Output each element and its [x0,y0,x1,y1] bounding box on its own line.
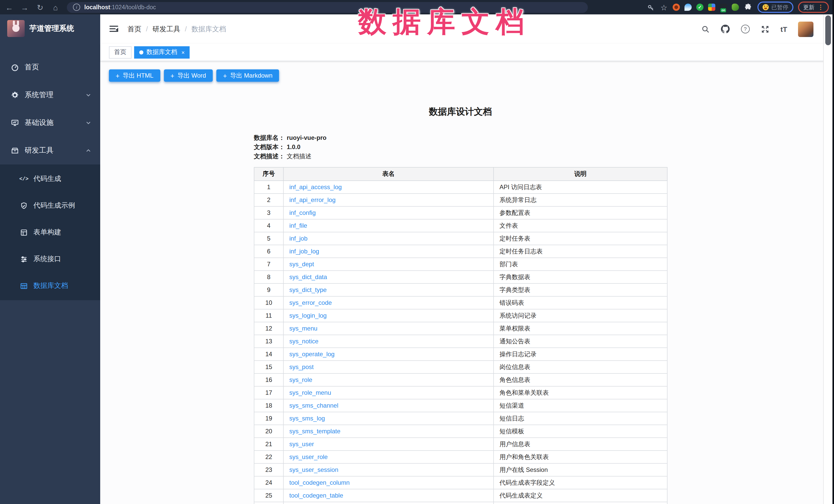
url-text: localhost:1024/tool/db-doc [84,4,156,10]
sidebar-item-label: 系统管理 [25,90,53,100]
sidebar-item-home[interactable]: 首页 [0,53,100,81]
sidebar-item-infrastructure[interactable]: 基础设施 [0,109,100,137]
submenu-item-3[interactable]: 系统接口 [0,246,100,272]
table-name-link[interactable]: inf_job [289,235,308,242]
sidebar-item-dev-tools[interactable]: 研发工具 [0,137,100,165]
row-number: 11 [254,309,283,322]
table-name-link[interactable]: tool_codegen_table [289,492,343,499]
table-name-link[interactable]: sys_dict_type [289,286,327,293]
submenu-item-1[interactable]: 代码生成示例 [0,192,100,219]
breadcrumb-separator: / [146,25,148,33]
table-row: 20 sys_sms_template 短信模板 [254,425,667,438]
table-name-link[interactable]: sys_role [289,376,312,384]
page-content: + 导出 HTML + 导出 Word + 导出 Markdown 数据库设计文… [100,61,834,504]
extension-grid-icon[interactable] [708,4,715,11]
table-name-link[interactable]: sys_user [289,440,314,448]
table-name-link[interactable]: sys_menu [289,325,317,332]
extension-orange-icon[interactable] [673,4,680,11]
font-size-icon[interactable]: tT [781,25,787,33]
table-row: 19 sys_sms_log 短信日志 [254,412,667,425]
table-row: 8 sys_dict_data 字典数据表 [254,271,667,284]
table-name-link[interactable]: sys_login_log [289,312,327,319]
table-description: 用户在线 Session [493,463,667,476]
sidebar-item-label: 首页 [25,63,39,72]
export-toolbar: + 导出 HTML + 导出 Word + 导出 Markdown [100,61,834,82]
table-name-link[interactable]: sys_sms_channel [289,402,338,409]
adblock-check-icon[interactable]: ✓ [696,4,703,11]
puzzle-extensions-icon[interactable] [744,3,753,12]
table-name-link[interactable]: sys_notice [289,338,319,345]
table-name-link[interactable]: sys_operate_log [289,351,334,358]
table-name-link[interactable]: sys_error_code [289,299,332,306]
fullscreen-icon[interactable] [761,24,770,34]
tag-label: 首页 [114,48,126,57]
table-name-link[interactable]: inf_config [289,209,316,216]
update-button[interactable]: 更新 ⋮ [798,2,829,13]
table-row: 17 sys_role_menu 角色和菜单关联表 [254,386,667,399]
table-name-link[interactable]: sys_sms_template [289,428,341,435]
table-name-link[interactable]: sys_role_menu [289,389,331,396]
back-icon[interactable]: ← [5,3,13,11]
app-title: 芋道管理系统 [29,24,74,34]
table-name-link[interactable]: inf_api_error_log [289,196,335,203]
table-row: 13 sys_notice 通知公告表 [254,335,667,348]
site-info-icon[interactable]: i [73,4,80,11]
breadcrumb-dev-tools[interactable]: 研发工具 [153,24,180,34]
table-description: 字典数据表 [493,271,667,284]
table-name-link[interactable]: sys_dept [289,261,314,268]
meta-label: 文档版本： [254,144,285,151]
tag-home[interactable]: 首页 [109,46,132,58]
table-name-link[interactable]: tool_codegen_column [289,479,350,486]
row-number: 12 [254,322,283,335]
forward-icon[interactable]: → [21,3,29,11]
page-scrollbar[interactable] [823,15,832,504]
extension-green-icon[interactable] [732,4,739,11]
profile-paused-badge[interactable]: 已暂停 [758,2,793,13]
table-row: 1 inf_api_access_log API 访问日志表 [254,181,667,194]
reload-icon[interactable]: ↻ [36,3,44,11]
sidebar-item-system[interactable]: 系统管理 [0,81,100,109]
help-icon[interactable]: ? [741,25,750,34]
avatar[interactable] [798,21,813,37]
close-tag-icon[interactable]: × [181,49,185,55]
collapse-sidebar-icon[interactable] [109,26,118,32]
dashboard-icon [11,63,19,71]
table-row: 18 sys_sms_channel 短信渠道 [254,399,667,412]
table-name-link[interactable]: inf_file [289,222,307,229]
meta-value: 1.0.0 [287,144,300,151]
app-logo-row[interactable]: 芋道管理系统 [0,15,100,42]
table-name-link[interactable]: sys_user_session [289,466,338,474]
submenu-item-label: 代码生成 [34,174,61,183]
browser-menu-dots-icon[interactable]: ⋮ [817,4,824,11]
key-icon[interactable] [646,3,655,12]
submenu-item-4[interactable]: 数据库文档 [0,272,100,299]
scrollbar-thumb[interactable] [825,16,831,45]
table-description: 角色信息表 [493,373,667,386]
document-meta: 数据库名：ruoyi-vue-pro 文档版本：1.0.0 文档描述：文档描述 [254,133,667,161]
export-button[interactable]: + 导出 Markdown [216,69,279,82]
table-name-link[interactable]: sys_user_role [289,453,328,461]
tag-db-doc[interactable]: 数据库文档 × [134,46,190,58]
table-row: 6 inf_job_log 定时任务日志表 [254,245,667,258]
db-design-document: 数据库设计文档 数据库名：ruoyi-vue-pro 文档版本：1.0.0 文档… [254,105,667,504]
github-icon[interactable] [721,24,730,34]
export-button[interactable]: + 导出 Word [164,69,213,82]
extension-on-icon[interactable]: on [720,4,727,11]
breadcrumb-home[interactable]: 首页 [128,24,141,34]
submenu-item-2[interactable]: 表单构建 [0,219,100,246]
home-icon[interactable]: ⌂ [51,3,60,11]
table-name-link[interactable]: sys_post [289,364,314,371]
extension-blue-drop-icon[interactable] [684,4,692,11]
meta-value: 文档描述 [287,153,311,160]
table-description: 字典类型表 [493,502,667,504]
table-row: 21 sys_user 用户信息表 [254,438,667,451]
submenu-item-0[interactable]: </> 代码生成 [0,166,100,192]
active-dot-icon [139,50,144,54]
table-name-link[interactable]: inf_job_log [289,248,319,255]
bookmark-star-icon[interactable]: ☆ [660,3,668,11]
export-button[interactable]: + 导出 HTML [109,69,160,82]
table-name-link[interactable]: sys_sms_log [289,415,325,422]
search-icon[interactable] [701,24,710,34]
table-name-link[interactable]: inf_api_access_log [289,183,342,191]
table-name-link[interactable]: sys_dict_data [289,273,327,281]
